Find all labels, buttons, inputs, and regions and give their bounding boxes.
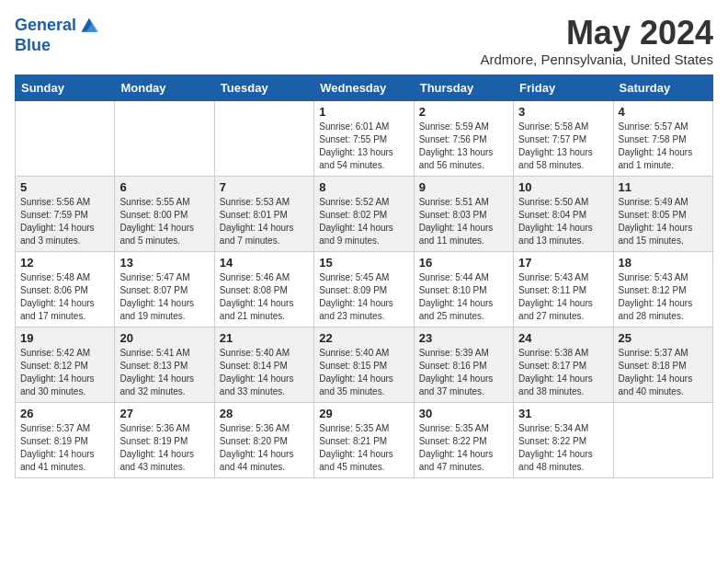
cell-day-number: 13: [119, 256, 209, 270]
day-header-friday: Friday: [514, 75, 613, 100]
calendar-table: SundayMondayTuesdayWednesdayThursdayFrid…: [15, 75, 713, 478]
calendar-cell: 24Sunrise: 5:38 AM Sunset: 8:17 PM Dayli…: [514, 327, 613, 402]
cell-day-number: 27: [119, 407, 209, 420]
calendar-cell: 12Sunrise: 5:48 AM Sunset: 8:06 PM Dayli…: [16, 251, 115, 327]
day-header-monday: Monday: [115, 75, 214, 100]
calendar-week-row: 12Sunrise: 5:48 AM Sunset: 8:06 PM Dayli…: [16, 251, 713, 327]
cell-day-number: 20: [119, 331, 209, 345]
calendar-cell: 18Sunrise: 5:43 AM Sunset: 8:12 PM Dayli…: [613, 251, 712, 327]
cell-sun-info: Sunrise: 5:36 AM Sunset: 8:19 PM Dayligh…: [119, 422, 209, 474]
cell-day-number: 6: [119, 180, 209, 194]
calendar-cell: 28Sunrise: 5:36 AM Sunset: 8:20 PM Dayli…: [214, 402, 313, 477]
cell-day-number: 10: [518, 180, 608, 194]
cell-day-number: 8: [319, 180, 408, 194]
cell-sun-info: Sunrise: 5:49 AM Sunset: 8:05 PM Dayligh…: [619, 196, 708, 247]
calendar-cell: 16Sunrise: 5:44 AM Sunset: 8:10 PM Dayli…: [414, 251, 513, 327]
cell-day-number: 9: [419, 180, 508, 194]
calendar-cell: 11Sunrise: 5:49 AM Sunset: 8:05 PM Dayli…: [613, 176, 712, 251]
cell-day-number: 7: [220, 180, 309, 194]
calendar-week-row: 26Sunrise: 5:37 AM Sunset: 8:19 PM Dayli…: [16, 402, 713, 477]
logo-text: General: [15, 17, 76, 35]
calendar-cell: 2Sunrise: 5:59 AM Sunset: 7:56 PM Daylig…: [414, 100, 513, 176]
cell-day-number: 26: [20, 407, 109, 420]
calendar-cell: 23Sunrise: 5:39 AM Sunset: 8:16 PM Dayli…: [414, 327, 513, 402]
calendar-cell: 10Sunrise: 5:50 AM Sunset: 8:04 PM Dayli…: [514, 176, 613, 251]
cell-sun-info: Sunrise: 5:51 AM Sunset: 8:03 PM Dayligh…: [419, 196, 508, 247]
cell-sun-info: Sunrise: 5:57 AM Sunset: 7:58 PM Dayligh…: [619, 121, 708, 172]
day-header-tuesday: Tuesday: [214, 75, 313, 100]
calendar-cell: 26Sunrise: 5:37 AM Sunset: 8:19 PM Dayli…: [16, 402, 115, 477]
cell-day-number: 21: [220, 331, 309, 345]
cell-sun-info: Sunrise: 6:01 AM Sunset: 7:55 PM Dayligh…: [319, 121, 408, 172]
cell-sun-info: Sunrise: 5:48 AM Sunset: 8:06 PM Dayligh…: [20, 271, 109, 323]
month-title: May 2024: [481, 15, 713, 52]
cell-day-number: 2: [419, 105, 508, 119]
cell-day-number: 23: [419, 331, 508, 345]
calendar-cell: 20Sunrise: 5:41 AM Sunset: 8:13 PM Dayli…: [115, 327, 214, 402]
page-header: General Blue May 2024 Ardmore, Pennsylva…: [15, 15, 713, 67]
calendar-cell: 30Sunrise: 5:35 AM Sunset: 8:22 PM Dayli…: [414, 402, 513, 477]
calendar-cell: 6Sunrise: 5:55 AM Sunset: 8:00 PM Daylig…: [115, 176, 214, 251]
calendar-cell: 27Sunrise: 5:36 AM Sunset: 8:19 PM Dayli…: [115, 402, 214, 477]
calendar-cell: 15Sunrise: 5:45 AM Sunset: 8:09 PM Dayli…: [314, 251, 414, 327]
calendar-cell: [16, 100, 115, 176]
cell-sun-info: Sunrise: 5:52 AM Sunset: 8:02 PM Dayligh…: [319, 196, 408, 247]
calendar-week-row: 19Sunrise: 5:42 AM Sunset: 8:12 PM Dayli…: [16, 327, 713, 402]
calendar-cell: 17Sunrise: 5:43 AM Sunset: 8:11 PM Dayli…: [514, 251, 613, 327]
cell-day-number: 24: [518, 331, 608, 345]
cell-day-number: 30: [419, 407, 508, 420]
calendar-cell: 22Sunrise: 5:40 AM Sunset: 8:15 PM Dayli…: [314, 327, 414, 402]
cell-sun-info: Sunrise: 5:37 AM Sunset: 8:18 PM Dayligh…: [619, 347, 708, 398]
cell-day-number: 3: [518, 105, 608, 119]
cell-day-number: 18: [619, 256, 708, 270]
cell-day-number: 1: [319, 105, 408, 119]
day-header-thursday: Thursday: [414, 75, 513, 100]
cell-day-number: 5: [20, 180, 109, 194]
logo-icon: [78, 15, 100, 37]
logo-text-blue: Blue: [15, 37, 100, 55]
cell-day-number: 16: [419, 256, 508, 270]
calendar-cell: 13Sunrise: 5:47 AM Sunset: 8:07 PM Dayli…: [115, 251, 214, 327]
cell-day-number: 12: [20, 256, 109, 270]
calendar-cell: 7Sunrise: 5:53 AM Sunset: 8:01 PM Daylig…: [214, 176, 313, 251]
cell-sun-info: Sunrise: 5:36 AM Sunset: 8:20 PM Dayligh…: [220, 422, 309, 474]
calendar-week-row: 1Sunrise: 6:01 AM Sunset: 7:55 PM Daylig…: [16, 100, 713, 176]
cell-sun-info: Sunrise: 5:50 AM Sunset: 8:04 PM Dayligh…: [518, 196, 608, 247]
logo: General Blue: [15, 15, 100, 55]
cell-sun-info: Sunrise: 5:43 AM Sunset: 8:12 PM Dayligh…: [619, 271, 708, 323]
cell-day-number: 17: [518, 256, 608, 270]
calendar-cell: 3Sunrise: 5:58 AM Sunset: 7:57 PM Daylig…: [514, 100, 613, 176]
cell-sun-info: Sunrise: 5:47 AM Sunset: 8:07 PM Dayligh…: [119, 271, 209, 323]
cell-day-number: 11: [619, 180, 708, 194]
cell-sun-info: Sunrise: 5:42 AM Sunset: 8:12 PM Dayligh…: [20, 347, 109, 398]
cell-day-number: 25: [619, 331, 708, 345]
cell-sun-info: Sunrise: 5:41 AM Sunset: 8:13 PM Dayligh…: [119, 347, 209, 398]
cell-day-number: 4: [619, 105, 708, 119]
cell-day-number: 15: [319, 256, 408, 270]
day-header-wednesday: Wednesday: [314, 75, 414, 100]
calendar-cell: 29Sunrise: 5:35 AM Sunset: 8:21 PM Dayli…: [314, 402, 414, 477]
calendar-cell: 31Sunrise: 5:34 AM Sunset: 8:22 PM Dayli…: [514, 402, 613, 477]
calendar-cell: [214, 100, 313, 176]
cell-sun-info: Sunrise: 5:59 AM Sunset: 7:56 PM Dayligh…: [419, 121, 508, 172]
cell-sun-info: Sunrise: 5:58 AM Sunset: 7:57 PM Dayligh…: [518, 121, 608, 172]
calendar-cell: 5Sunrise: 5:56 AM Sunset: 7:59 PM Daylig…: [16, 176, 115, 251]
cell-sun-info: Sunrise: 5:53 AM Sunset: 8:01 PM Dayligh…: [220, 196, 309, 247]
cell-sun-info: Sunrise: 5:46 AM Sunset: 8:08 PM Dayligh…: [220, 271, 309, 323]
cell-sun-info: Sunrise: 5:40 AM Sunset: 8:14 PM Dayligh…: [220, 347, 309, 398]
cell-day-number: 22: [319, 331, 408, 345]
cell-sun-info: Sunrise: 5:38 AM Sunset: 8:17 PM Dayligh…: [518, 347, 608, 398]
cell-day-number: 31: [518, 407, 608, 420]
cell-sun-info: Sunrise: 5:37 AM Sunset: 8:19 PM Dayligh…: [20, 422, 109, 474]
calendar-cell: 8Sunrise: 5:52 AM Sunset: 8:02 PM Daylig…: [314, 176, 414, 251]
cell-sun-info: Sunrise: 5:45 AM Sunset: 8:09 PM Dayligh…: [319, 271, 408, 323]
calendar-cell: 21Sunrise: 5:40 AM Sunset: 8:14 PM Dayli…: [214, 327, 313, 402]
cell-sun-info: Sunrise: 5:35 AM Sunset: 8:22 PM Dayligh…: [419, 422, 508, 474]
cell-sun-info: Sunrise: 5:34 AM Sunset: 8:22 PM Dayligh…: [518, 422, 608, 474]
calendar-cell: 25Sunrise: 5:37 AM Sunset: 8:18 PM Dayli…: [613, 327, 712, 402]
calendar-week-row: 5Sunrise: 5:56 AM Sunset: 7:59 PM Daylig…: [16, 176, 713, 251]
calendar-cell: 14Sunrise: 5:46 AM Sunset: 8:08 PM Dayli…: [214, 251, 313, 327]
cell-day-number: 28: [220, 407, 309, 420]
cell-day-number: 19: [20, 331, 109, 345]
calendar-cell: [115, 100, 214, 176]
